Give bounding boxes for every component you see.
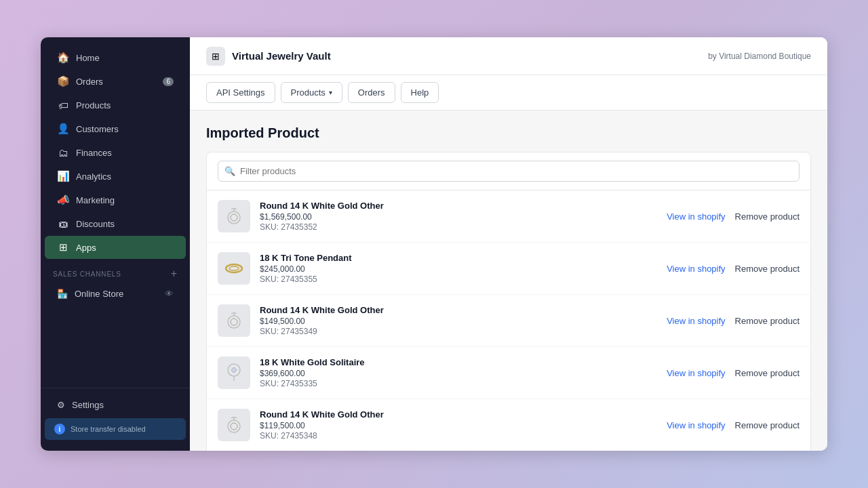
product-actions: View in shopify Remove product — [667, 368, 800, 378]
sidebar-item-online-store[interactable]: 🏪 Online Store 👁 — [45, 283, 186, 304]
sidebar-item-label: Apps — [76, 243, 96, 253]
product-price: $149,500.00 — [260, 317, 657, 326]
product-list: Round 14 K White Gold Other $1,569,500.0… — [207, 190, 810, 451]
orders-button[interactable]: Orders — [348, 82, 395, 103]
sidebar-item-label: Marketing — [76, 195, 115, 205]
page-title: Imported Product — [206, 125, 811, 141]
svg-point-0 — [228, 211, 240, 224]
product-sku: SKU: 27435335 — [260, 379, 657, 388]
sidebar-item-analytics[interactable]: 📊 Analytics — [45, 165, 186, 188]
app-title: Virtual Jewelry Vault — [232, 50, 331, 62]
table-row: 18 K White Gold Solitaire $369,600.00 SK… — [207, 347, 810, 399]
sidebar-item-products[interactable]: 🏷 Products — [45, 94, 186, 117]
home-icon: 🏠 — [57, 52, 69, 64]
product-thumbnail — [218, 409, 250, 441]
view-in-shopify-link[interactable]: View in shopify — [667, 211, 725, 222]
filter-input-wrap: 🔍 — [218, 161, 800, 182]
sidebar-bottom: ⚙ Settings i Store transfer disabled — [41, 388, 190, 451]
chevron-down-icon: ▾ — [329, 89, 332, 96]
sidebar-nav: 🏠 Home 📦 Orders 6 🏷 Products 👤 Customers… — [41, 37, 190, 388]
sidebar-item-home[interactable]: 🏠 Home — [45, 46, 186, 69]
info-icon: i — [54, 424, 65, 434]
main-content: ⊞ Virtual Jewelry Vault by Virtual Diamo… — [190, 37, 827, 451]
api-settings-button[interactable]: API Settings — [206, 82, 275, 103]
table-row: 18 K Tri Tone Pendant $245,000.00 SKU: 2… — [207, 243, 810, 295]
product-name: Round 14 K White Gold Other — [260, 201, 657, 211]
filter-products-input[interactable] — [218, 161, 800, 182]
sidebar-item-label: Analytics — [76, 171, 111, 182]
product-thumbnail — [218, 357, 250, 389]
svg-point-3 — [226, 264, 242, 272]
product-name: 18 K White Gold Solitaire — [260, 357, 657, 367]
product-price: $1,569,500.00 — [260, 212, 657, 222]
app-header-left: ⊞ Virtual Jewelry Vault — [206, 47, 331, 66]
product-actions: View in shopify Remove product — [667, 211, 800, 222]
settings-icon: ⚙ — [57, 400, 65, 410]
product-actions: View in shopify Remove product — [667, 264, 800, 274]
product-thumbnail — [218, 252, 250, 285]
product-actions: View in shopify Remove product — [667, 316, 800, 326]
apps-icon: ⊞ — [57, 241, 69, 253]
view-in-shopify-link[interactable]: View in shopify — [667, 316, 725, 326]
add-sales-channel-btn[interactable]: + — [171, 268, 178, 280]
finances-icon: 🗂 — [57, 146, 69, 159]
orders-badge: 6 — [163, 77, 174, 86]
sidebar-item-label: Products — [76, 100, 111, 110]
view-in-shopify-link[interactable]: View in shopify — [667, 368, 725, 378]
table-row: Round 14 K White Gold Other $149,500.00 … — [207, 295, 810, 347]
sidebar-item-marketing[interactable]: 📣 Marketing — [45, 188, 186, 211]
sidebar-item-apps[interactable]: ⊞ Apps — [45, 236, 186, 259]
store-transfer-banner: i Store transfer disabled — [45, 418, 186, 440]
toolbar: API Settings Products ▾ Orders Help — [190, 75, 827, 110]
sidebar-item-label: Orders — [76, 77, 103, 87]
product-sku: SKU: 27435352 — [260, 222, 657, 232]
products-button[interactable]: Products ▾ — [281, 82, 342, 103]
page-body: Imported Product 🔍 Round 14 K White Gold… — [190, 110, 827, 451]
remove-product-link[interactable]: Remove product — [735, 316, 800, 326]
help-button[interactable]: Help — [401, 82, 439, 103]
table-row: Round 14 K White Gold Other $1,569,500.0… — [207, 190, 810, 243]
svg-point-5 — [228, 316, 240, 328]
remove-product-link[interactable]: Remove product — [735, 264, 800, 274]
app-header: ⊞ Virtual Jewelry Vault by Virtual Diamo… — [190, 37, 827, 75]
product-thumbnail — [218, 304, 250, 337]
search-icon: 🔍 — [224, 166, 235, 176]
remove-product-link[interactable]: Remove product — [735, 420, 800, 430]
sales-channels-label: SALES CHANNELS + — [41, 260, 190, 283]
product-sku: SKU: 27435348 — [260, 431, 657, 441]
sidebar-item-settings[interactable]: ⚙ Settings — [45, 394, 186, 415]
customers-icon: 👤 — [57, 123, 69, 135]
app-by-text: by Virtual Diamond Boutique — [708, 52, 811, 61]
product-price: $119,500.00 — [260, 421, 657, 430]
remove-product-link[interactable]: Remove product — [735, 368, 800, 378]
table-row: Round 14 K White Gold Other $119,500.00 … — [207, 399, 810, 451]
product-actions: View in shopify Remove product — [667, 420, 800, 430]
product-name: Round 14 K White Gold Other — [260, 305, 657, 315]
sidebar-item-orders[interactable]: 📦 Orders 6 — [45, 70, 186, 93]
product-info: Round 14 K White Gold Other $119,500.00 … — [260, 409, 657, 441]
sidebar-item-finances[interactable]: 🗂 Finances — [45, 141, 186, 164]
sidebar-item-label: Discounts — [76, 219, 115, 229]
product-price: $245,000.00 — [260, 264, 657, 274]
product-price: $369,600.00 — [260, 369, 657, 378]
view-in-shopify-link[interactable]: View in shopify — [667, 264, 725, 274]
sidebar-item-discounts[interactable]: 🎟 Discounts — [45, 212, 186, 235]
product-thumbnail — [218, 200, 250, 232]
marketing-icon: 📣 — [57, 194, 69, 206]
analytics-icon: 📊 — [57, 170, 69, 182]
products-icon: 🏷 — [57, 99, 69, 111]
sidebar-item-customers[interactable]: 👤 Customers — [45, 117, 186, 140]
products-card: 🔍 Round 14 K White Gold Other $1,569,500… — [206, 152, 811, 451]
app-logo-icon: ⊞ — [206, 47, 225, 66]
remove-product-link[interactable]: Remove product — [735, 211, 800, 222]
discounts-icon: 🎟 — [57, 218, 69, 230]
sidebar-item-label: Finances — [76, 148, 112, 158]
product-sku: SKU: 27435355 — [260, 274, 657, 284]
svg-point-4 — [229, 266, 239, 270]
sidebar-item-label: Customers — [76, 124, 119, 134]
product-info: 18 K Tri Tone Pendant $245,000.00 SKU: 2… — [260, 253, 657, 284]
product-info: Round 14 K White Gold Other $149,500.00 … — [260, 305, 657, 336]
svg-point-11 — [228, 420, 240, 432]
view-in-shopify-link[interactable]: View in shopify — [667, 420, 725, 430]
eye-icon[interactable]: 👁 — [165, 289, 174, 299]
